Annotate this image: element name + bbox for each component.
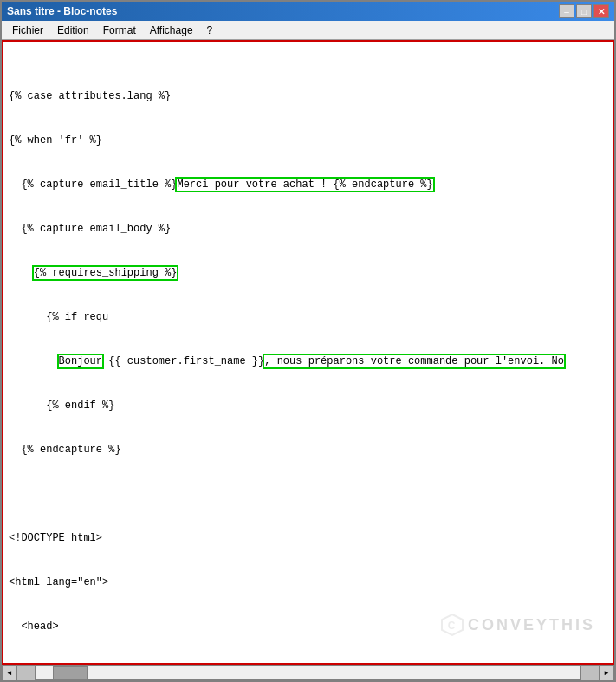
- scroll-thumb[interactable]: [53, 666, 88, 679]
- menu-bar: Fichier Edition Format Affichage ?: [2, 21, 614, 40]
- line-3: {% capture email_title %}Merci pour votr…: [9, 178, 613, 192]
- menu-affichage[interactable]: Affichage: [143, 23, 200, 38]
- scroll-track[interactable]: [35, 666, 581, 680]
- line-1: {% case attributes.lang %}: [9, 89, 613, 104]
- title-bar: Sans titre - Bloc-notes – □ ✕: [2, 2, 614, 21]
- editor-content: {% case attributes.lang %} {% when 'fr' …: [3, 42, 613, 663]
- minimize-button[interactable]: –: [559, 4, 574, 18]
- menu-fichier[interactable]: Fichier: [5, 23, 50, 38]
- horizontal-scrollbar[interactable]: ◄ ►: [2, 665, 614, 680]
- line-10: [9, 487, 613, 502]
- maximize-button[interactable]: □: [576, 4, 592, 18]
- line-2: {% when 'fr' %}: [9, 133, 613, 148]
- menu-help[interactable]: ?: [200, 23, 220, 38]
- line-11: <!DOCTYPE html>: [9, 531, 613, 546]
- main-window: Sans titre - Bloc-notes – □ ✕ Fichier Ed…: [0, 0, 616, 682]
- editor-scroll[interactable]: {% case attributes.lang %} {% when 'fr' …: [3, 42, 613, 663]
- svg-text:C: C: [448, 620, 457, 632]
- line-5: {% requires_shipping %}: [9, 266, 613, 281]
- window-title: Sans titre - Bloc-notes: [7, 5, 117, 17]
- menu-format[interactable]: Format: [96, 23, 143, 38]
- line-9: {% endcapture %}: [9, 443, 613, 458]
- watermark: C CONVEYTHIS: [440, 613, 595, 637]
- line-7: Bonjour {{ customer.first_name }}, nous …: [9, 354, 613, 369]
- watermark-logo: C CONVEYTHIS: [440, 613, 595, 637]
- line-8: {% endif %}: [9, 399, 613, 413]
- menu-edition[interactable]: Edition: [50, 23, 96, 38]
- window-controls: – □ ✕: [559, 4, 609, 18]
- close-button[interactable]: ✕: [593, 4, 609, 18]
- scroll-right-arrow[interactable]: ►: [599, 666, 614, 681]
- line-4: {% capture email_body %}: [9, 222, 613, 237]
- scroll-left-arrow[interactable]: ◄: [2, 666, 17, 681]
- line-6: {% if requ: [9, 310, 613, 325]
- line-12: <html lang="en">: [9, 575, 613, 590]
- editor-area: {% case attributes.lang %} {% when 'fr' …: [2, 40, 614, 665]
